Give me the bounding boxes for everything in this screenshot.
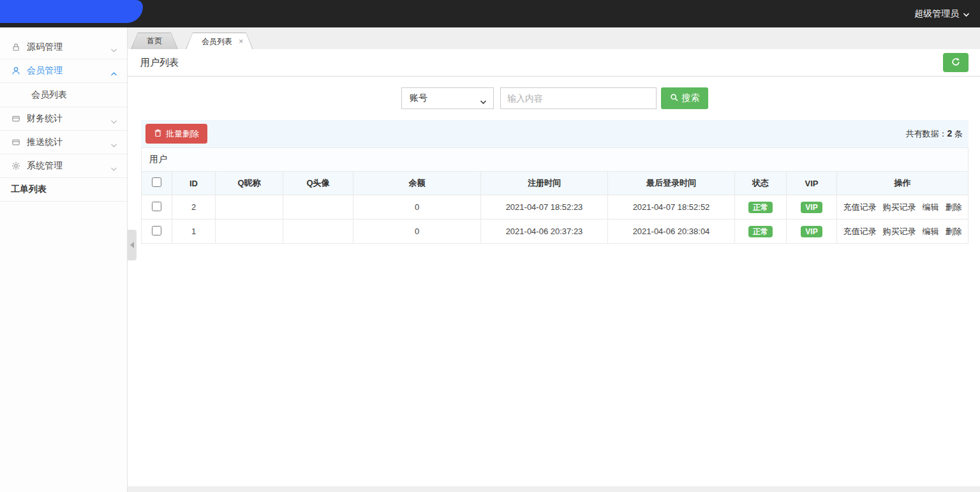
column-header: Q昵称	[216, 172, 283, 195]
sidebar-item-label: 会员管理	[27, 65, 63, 77]
q-avatar-cell	[283, 195, 353, 220]
selected-option: 账号	[410, 93, 427, 104]
chevron-up-icon	[110, 68, 117, 78]
batch-delete-button[interactable]: 批量删除	[145, 124, 207, 144]
column-header: VIP	[787, 172, 837, 195]
table-row: 2 0 2021-04-07 18:52:23 2021-04-07 18:52…	[142, 195, 969, 220]
last-login-cell: 2021-04-07 18:52:52	[608, 195, 735, 220]
sidebar-item-label: 源码管理	[27, 41, 63, 53]
q-nickname-cell	[216, 195, 283, 220]
sidebar-item-finance-stats[interactable]: 财务统计	[0, 107, 127, 131]
q-avatar-cell	[283, 220, 353, 244]
chevron-down-icon	[110, 140, 117, 150]
tab-bar: 首页 会员列表×	[128, 27, 980, 49]
sidebar-item-system-manage[interactable]: 系统管理	[0, 154, 127, 178]
gear-icon	[11, 161, 21, 171]
sidebar-item-label: 工单列表	[11, 184, 47, 195]
sidebar-collapse-handle[interactable]	[128, 230, 137, 260]
vip-badge: VIP	[801, 202, 822, 213]
main-area: 首页 会员列表× 用户列表 账号	[128, 27, 980, 492]
status-cell: 正常	[735, 195, 787, 220]
action-edit[interactable]: 编辑	[923, 202, 939, 212]
column-header-balance: 余额	[353, 172, 481, 195]
row-checkbox[interactable]	[152, 226, 161, 235]
search-button[interactable]: 搜索	[661, 87, 708, 109]
status-badge: 正常	[748, 226, 773, 237]
tab-member-list[interactable]: 会员列表×	[186, 33, 253, 49]
action-delete[interactable]: 删除	[946, 227, 962, 236]
chevron-down-icon	[110, 116, 117, 126]
user-menu-label: 超级管理员	[914, 8, 959, 20]
chevron-down-icon	[963, 9, 970, 19]
action-recharge-records[interactable]: 充值记录	[843, 227, 877, 236]
chevron-down-icon	[480, 96, 487, 107]
column-header: Q头像	[283, 172, 353, 195]
register-time-cell: 2021-04-06 20:37:23	[481, 220, 608, 244]
table-toolbar: 批量删除 共有数据：2 条	[141, 120, 969, 147]
chevron-down-icon	[110, 45, 117, 55]
last-login-cell: 2021-04-06 20:38:04	[608, 220, 735, 244]
search-bar: 账号 搜索	[141, 87, 969, 109]
table-caption: 用户	[142, 148, 969, 172]
tab-label: 会员列表	[202, 37, 232, 46]
push-icon	[11, 137, 21, 147]
action-delete[interactable]: 删除	[946, 202, 962, 212]
user-menu[interactable]: 超级管理员	[914, 0, 970, 27]
select-all-cell	[142, 172, 172, 195]
status-badge: 正常	[748, 202, 773, 213]
table-caption-row: 用户	[142, 148, 969, 172]
vip-cell: VIP	[787, 195, 837, 220]
sidebar-item-member-manage[interactable]: 会员管理	[0, 59, 127, 83]
column-header: 状态	[735, 172, 787, 195]
refresh-icon	[951, 57, 961, 69]
sidebar-item-push-stats[interactable]: 推送统计	[0, 131, 127, 154]
q-nickname-cell	[216, 220, 283, 244]
chevron-down-icon	[110, 163, 117, 174]
search-button-label: 搜索	[682, 93, 700, 104]
user-icon	[11, 66, 21, 76]
row-checkbox[interactable]	[152, 202, 161, 211]
title-bar: 用户列表	[128, 49, 980, 77]
user-table: 用户 ID Q昵称 Q头像 余额 注册时间 最后登录时间 状态 VIP 操作 2	[141, 147, 969, 244]
total-count: 共有数据：2 条	[906, 128, 963, 140]
status-cell: 正常	[735, 220, 787, 244]
column-header: 注册时间	[481, 172, 608, 195]
bag-icon	[11, 42, 21, 52]
topbar: 超级管理员	[0, 0, 980, 27]
close-icon[interactable]: ×	[239, 36, 244, 46]
sidebar-item-label: 推送统计	[27, 137, 63, 148]
vip-cell: VIP	[787, 220, 837, 244]
column-header: 最后登录时间	[608, 172, 735, 195]
column-header: ID	[172, 172, 216, 195]
sidebar-item-workorder-list[interactable]: 工单列表	[0, 178, 127, 202]
balance-cell: 0	[353, 220, 481, 244]
total-suffix: 条	[952, 129, 963, 138]
search-field-select[interactable]: 账号	[401, 87, 494, 109]
balance-cell: 0	[353, 195, 481, 220]
action-recharge-records[interactable]: 充值记录	[843, 202, 877, 212]
select-all-checkbox[interactable]	[152, 177, 161, 187]
table-row: 1 0 2021-04-06 20:37:23 2021-04-06 20:38…	[142, 220, 969, 244]
action-purchase-records[interactable]: 购买记录	[883, 227, 916, 236]
column-header: 操作	[837, 172, 969, 195]
sidebar-item-label: 系统管理	[27, 160, 63, 172]
checkbox-cell	[142, 220, 172, 244]
sidebar-item-source-manage[interactable]: 源码管理	[0, 36, 127, 59]
tab-home[interactable]: 首页	[131, 33, 178, 49]
id-cell: 2	[172, 195, 216, 220]
sidebar-item-member-list[interactable]: 会员列表	[0, 83, 127, 107]
vip-badge: VIP	[801, 226, 822, 237]
refresh-button[interactable]	[943, 53, 969, 72]
table-header-row: ID Q昵称 Q头像 余额 注册时间 最后登录时间 状态 VIP 操作	[142, 172, 969, 195]
finance-icon	[11, 114, 21, 124]
tab-label: 首页	[147, 36, 162, 45]
arrow-left-icon	[130, 242, 134, 248]
action-purchase-records[interactable]: 购买记录	[883, 202, 916, 212]
search-input[interactable]	[500, 87, 657, 109]
brand-logo	[0, 0, 143, 23]
content-panel: 账号 搜索 批量删除 共有数据：2 条	[128, 77, 980, 486]
action-edit[interactable]: 编辑	[923, 227, 939, 236]
sidebar-item-label: 财务统计	[27, 113, 63, 124]
sidebar-subitem-label: 会员列表	[31, 89, 67, 101]
register-time-cell: 2021-04-07 18:52:23	[481, 195, 608, 220]
